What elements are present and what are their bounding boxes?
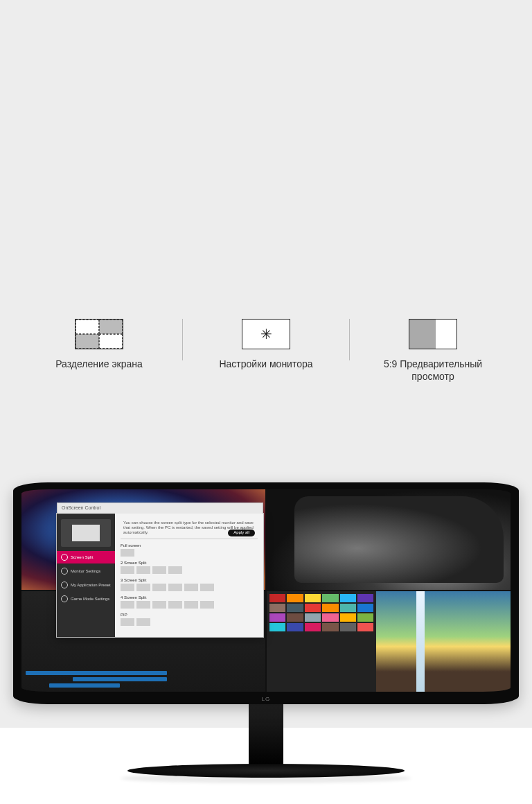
color-swatch	[340, 613, 356, 622]
divider	[349, 319, 350, 360]
layout-option[interactable]	[152, 584, 166, 591]
monitor-preview-icon	[61, 519, 111, 547]
section-two: 2 Screen Split	[121, 561, 258, 565]
nav-game-mode[interactable]: Game Mode Settings	[57, 593, 115, 605]
feature-screen-split: Разделение экрана	[30, 319, 168, 370]
layout-option[interactable]	[168, 584, 182, 591]
nav-monitor-settings[interactable]: Monitor Settings	[57, 565, 115, 577]
color-swatch	[269, 604, 285, 612]
color-swatch	[287, 604, 303, 612]
layout-option[interactable]	[152, 601, 166, 609]
color-swatch	[322, 613, 338, 622]
color-swatch	[287, 594, 303, 602]
quadrant-color-grade	[267, 591, 511, 692]
layout-option[interactable]	[121, 584, 134, 591]
quadrant-car	[267, 489, 511, 590]
color-swatch	[340, 594, 356, 602]
layout-option[interactable]	[152, 566, 166, 574]
layout-option[interactable]	[168, 601, 182, 609]
layout-option[interactable]	[136, 566, 150, 574]
feature-label: Настройки монитора	[219, 358, 312, 370]
layout-option[interactable]	[121, 566, 134, 574]
brand-logo: LG	[262, 696, 271, 702]
color-swatch	[269, 623, 285, 631]
color-swatch	[269, 594, 285, 602]
section-pip: PIP	[121, 613, 258, 617]
color-swatch	[340, 604, 356, 612]
apply-button[interactable]: Apply all	[228, 530, 255, 536]
layout-option[interactable]	[200, 584, 214, 591]
layout-option[interactable]	[121, 618, 134, 626]
dialog-titlebar: OnScreen Control	[57, 503, 263, 514]
layout-option[interactable]	[184, 601, 198, 609]
monitor-screen: OnScreen Control Screen Split Monitor Se…	[21, 489, 511, 692]
color-swatch	[340, 623, 356, 631]
color-swatch	[269, 613, 285, 622]
nav-screen-split[interactable]: Screen Split	[57, 551, 115, 563]
color-swatch	[322, 623, 338, 631]
color-swatch	[357, 604, 373, 612]
preview-5-9-icon	[409, 319, 457, 349]
layout-option[interactable]	[136, 584, 150, 591]
layout-option[interactable]	[121, 549, 134, 557]
nav-my-app-preset[interactable]: My Application Preset	[57, 579, 115, 591]
color-swatch	[357, 613, 373, 622]
color-swatch	[357, 623, 373, 631]
section-four: 4 Screen Split	[121, 595, 258, 600]
feature-5-9-preview: 5:9 Предварительный просмотр	[364, 319, 502, 383]
color-swatch	[287, 623, 303, 631]
divider	[182, 319, 183, 360]
layout-option[interactable]	[200, 601, 214, 609]
monitor: OnScreen Control Screen Split Monitor Se…	[13, 482, 519, 783]
dialog-sidebar: Screen Split Monitor Settings My Applica…	[57, 514, 115, 637]
dialog-title: OnScreen Control	[62, 505, 100, 510]
monitor-shadow	[121, 774, 411, 783]
color-swatch	[322, 594, 338, 602]
color-swatch	[305, 604, 321, 612]
color-swatch	[322, 604, 338, 612]
dialog-description: You can choose the screen split type for…	[121, 518, 258, 539]
layout-option[interactable]	[121, 601, 134, 609]
section-three: 3 Screen Split	[121, 578, 258, 582]
layout-option[interactable]	[136, 601, 150, 609]
onscreen-control-dialog: OnScreen Control Screen Split Monitor Se…	[56, 513, 264, 638]
color-swatch	[287, 613, 303, 622]
layout-option[interactable]	[168, 566, 182, 574]
brightness-icon: ✳	[242, 319, 290, 349]
color-swatch	[357, 594, 373, 602]
monitor-stand-neck	[249, 704, 283, 767]
dialog-main: You can choose the screen split type for…	[115, 514, 263, 637]
color-swatch	[305, 613, 321, 622]
feature-monitor-settings: ✳ Настройки монитора	[197, 319, 335, 370]
layout-option[interactable]	[184, 584, 198, 591]
monitor-bezel: OnScreen Control Screen Split Monitor Se…	[13, 482, 519, 704]
feature-row: Разделение экрана ✳ Настройки монитора 5…	[0, 319, 532, 383]
section-full: Full screen	[121, 543, 258, 548]
feature-label: Разделение экрана	[55, 358, 143, 370]
color-swatch	[305, 623, 321, 631]
screen-split-icon	[75, 319, 123, 349]
layout-option[interactable]	[136, 618, 150, 626]
color-swatch	[305, 594, 321, 602]
feature-label: 5:9 Предварительный просмотр	[371, 358, 495, 383]
